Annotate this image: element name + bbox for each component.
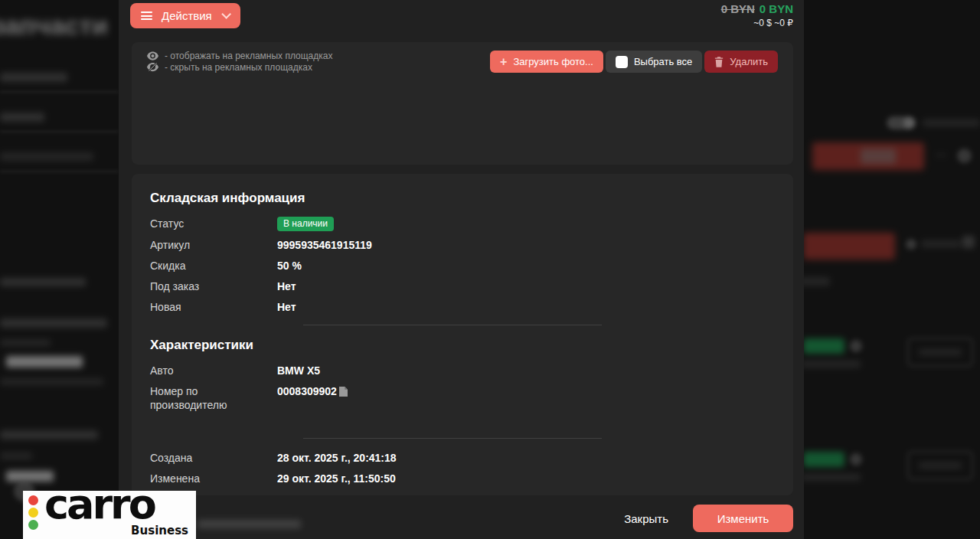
modified-value: 29 окт. 2025 г., 11:50:50 <box>277 472 396 485</box>
close-button[interactable]: Закрыть <box>615 505 678 532</box>
row-label: Новая <box>150 300 277 314</box>
stock-section-title: Складская информация <box>150 191 775 206</box>
on-order-value: Нет <box>277 279 296 293</box>
divider <box>303 438 602 439</box>
logo-dots-icon <box>28 495 38 530</box>
eye-icon <box>147 51 158 60</box>
manufacturer-number-value: 0008309902 <box>277 384 337 398</box>
actions-menu-button[interactable]: Действия <box>130 3 240 28</box>
logo-sub: Business <box>131 524 188 537</box>
row-on-order: Под заказ Нет <box>150 279 775 293</box>
row-label: Скидка <box>150 259 277 273</box>
carro-business-logo: carro Business <box>23 491 196 539</box>
price-block: 0 BYN0 BYN ~0 $ ~0 ₽ <box>721 3 793 29</box>
specs-section-title: Характеристики <box>150 338 775 353</box>
upload-photo-button[interactable]: + Загрузить фото... <box>490 51 603 73</box>
actions-button-label: Действия <box>162 9 212 22</box>
trash-icon <box>714 57 724 67</box>
dialog-footer: Закрыть Изменить <box>119 498 804 539</box>
info-panel: Складская информация Статус В наличии Ар… <box>132 174 793 495</box>
sku-value: 9995935461915119 <box>277 238 372 252</box>
bg-blurred-text <box>198 520 301 528</box>
select-all-checkbox[interactable] <box>616 56 628 68</box>
logo-brand: carro <box>44 491 155 528</box>
eye-off-icon <box>147 62 158 72</box>
price-new: 0 BYN <box>760 2 793 15</box>
select-all-label: Выбрать все <box>634 56 692 67</box>
row-label: Под заказ <box>150 279 277 293</box>
app-root: запчасти <box>0 0 980 539</box>
row-sku: Артикул 9995935461915119 <box>150 238 775 252</box>
car-value: BMW X5 <box>277 364 320 377</box>
row-new: Новая Нет <box>150 300 775 314</box>
legend-show-text: - отображать на рекламных площадках <box>165 51 332 61</box>
photos-panel: - отображать на рекламных площадках - ск… <box>132 42 793 165</box>
copy-icon[interactable] <box>339 387 348 397</box>
row-label: Номер по производителю <box>150 384 277 412</box>
price-approx: ~0 $ ~0 ₽ <box>721 17 793 29</box>
legend-hide-text: - скрыть на рекламных площадках <box>165 62 312 73</box>
status-badge: В наличии <box>277 217 334 231</box>
row-manufacturer-number: Номер по производителю 0008309902 <box>150 384 775 412</box>
chevron-down-icon <box>221 9 231 19</box>
photos-legend: - отображать на рекламных площадках - ск… <box>147 50 332 73</box>
select-all-button[interactable]: Выбрать все <box>606 51 702 73</box>
row-car: Авто BMW X5 <box>150 364 775 377</box>
upload-photo-label: Загрузить фото... <box>513 56 593 67</box>
price-old: 0 BYN <box>721 2 755 15</box>
edit-button[interactable]: Изменить <box>693 505 793 532</box>
row-label: Авто <box>150 364 277 377</box>
row-label: Артикул <box>150 238 277 252</box>
row-created: Создана 28 окт. 2025 г., 20:41:18 <box>150 451 775 465</box>
new-value: Нет <box>277 300 296 314</box>
row-modified: Изменена 29 окт. 2025 г., 11:50:50 <box>150 472 775 485</box>
delete-button[interactable]: Удалить <box>704 51 778 73</box>
delete-label: Удалить <box>730 56 768 67</box>
created-value: 28 окт. 2025 г., 20:41:18 <box>277 451 397 465</box>
discount-value: 50 % <box>277 259 302 273</box>
photo-toolbar: + Загрузить фото... Выбрать все Удалить <box>490 51 778 73</box>
row-discount: Скидка 50 % <box>150 259 775 273</box>
row-status: Статус В наличии <box>150 217 775 231</box>
plus-icon: + <box>500 56 507 68</box>
row-label: Изменена <box>150 472 277 485</box>
divider <box>303 325 602 325</box>
row-label: Статус <box>150 217 277 230</box>
menu-icon <box>141 11 152 20</box>
row-label: Создана <box>150 451 277 465</box>
part-details-dialog: Действия 0 BYN0 BYN ~0 $ ~0 ₽ - отобража… <box>119 0 804 539</box>
